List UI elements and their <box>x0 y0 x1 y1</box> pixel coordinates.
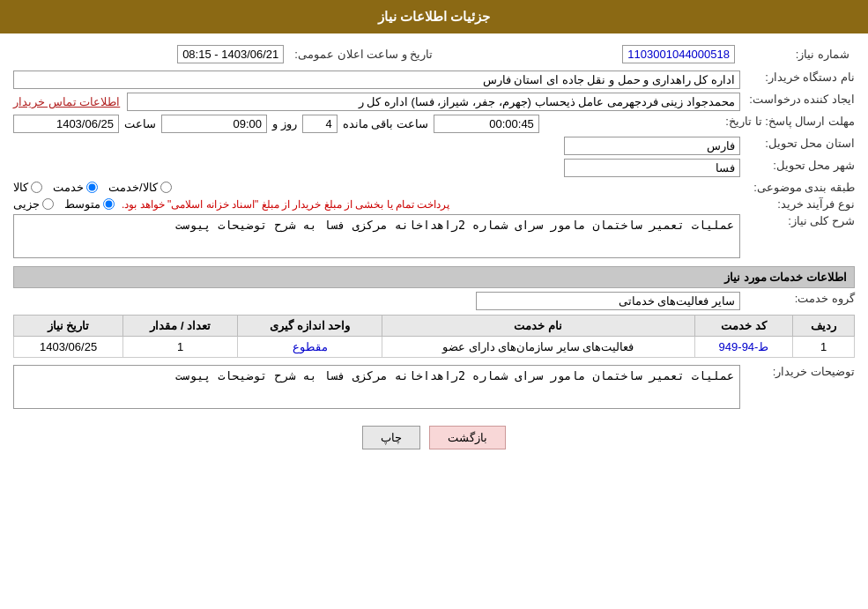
description-label: شرح کلی نیاز: <box>740 214 855 227</box>
deadline-days-label: روز و <box>272 117 297 130</box>
province-value: فارس <box>564 137 740 155</box>
service-info-header: اطلاعات خدمات مورد نیاز <box>13 266 855 288</box>
cell-name: فعالیت‌های سایر سازمان‌های دارای عضو <box>382 337 694 358</box>
print-button[interactable]: چاپ <box>362 426 420 449</box>
table-row: 1 ط-94-949 فعالیت‌های سایر سازمان‌های دا… <box>14 337 855 358</box>
need-number-label: شماره نیاز: <box>740 42 855 66</box>
category-kala-radio[interactable]: کالا <box>13 181 42 194</box>
deadline-date: 1403/06/25 <box>13 115 119 133</box>
creator-label: ایجاد کننده درخواست: <box>740 93 855 106</box>
cell-row: 1 <box>793 337 855 358</box>
col-date: تاریخ نیاز <box>14 316 123 337</box>
col-unit: واحد اندازه گیری <box>238 316 382 337</box>
creator-link[interactable]: اطلاعات تماس خریدار <box>13 95 120 108</box>
org-name-label: نام دستگاه خریدار: <box>740 71 855 84</box>
category-kala-label: کالا <box>13 181 28 194</box>
cell-code: ط-94-949 <box>694 337 793 358</box>
services-table: ردیف کد خدمت نام خدمت واحد اندازه گیری ت… <box>13 315 855 358</box>
deadline-remaining-label: ساعت باقی مانده <box>343 117 428 130</box>
col-code: کد خدمت <box>694 316 793 337</box>
col-count: تعداد / مقدار <box>123 316 238 337</box>
col-name: نام خدمت <box>382 316 694 337</box>
process-jozi-label: جزیی <box>13 197 40 211</box>
category-kala-khedmat-radio[interactable]: کالا/خدمت <box>108 181 172 194</box>
back-button[interactable]: بازگشت <box>429 426 506 449</box>
announce-datetime-label: تاریخ و ساعت اعلان عمومی: <box>289 42 450 66</box>
process-label: نوع فرآیند خرید: <box>740 197 855 211</box>
category-khedmat-radio[interactable]: خدمت <box>53 181 98 194</box>
need-number-value: 1103001044000518 <box>622 45 735 63</box>
service-group-value: سایر فعالیت‌های خدماتی <box>476 292 740 310</box>
province-label: استان محل تحویل: <box>740 137 855 150</box>
creator-value: محمدجواد زینی فردجهرمی عامل ذیحساب (جهرم… <box>127 93 740 111</box>
org-name-value: اداره کل راهداری و حمل و نقل جاده ای است… <box>13 71 740 89</box>
cell-date: 1403/06/25 <box>14 337 123 358</box>
col-row: ردیف <box>793 316 855 337</box>
deadline-label: مهلت ارسال پاسخ: تا تاریخ: <box>720 115 855 128</box>
deadline-days: 4 <box>302 115 338 133</box>
deadline-time-label: ساعت <box>124 117 156 130</box>
service-group-label: گروه خدمت: <box>740 292 855 305</box>
category-kala-khedmat-label: کالا/خدمت <box>108 181 158 194</box>
cell-unit: مقطوع <box>238 337 382 358</box>
page-title: جزئیات اطلاعات نیاز <box>0 0 868 33</box>
action-buttons: بازگشت چاپ <box>13 415 855 460</box>
category-khedmat-label: خدمت <box>53 181 84 194</box>
cell-count: 1 <box>123 337 238 358</box>
city-value: فسا <box>564 159 740 177</box>
description-value <box>13 214 740 258</box>
process-jozi-radio[interactable]: جزیی <box>13 197 54 211</box>
process-motavasset-label: متوسط <box>64 197 100 211</box>
announce-datetime-value: 1403/06/21 - 08:15 <box>177 45 284 63</box>
deadline-time: 09:00 <box>161 115 267 133</box>
buyer-desc-value <box>13 365 740 409</box>
deadline-remaining: 00:00:45 <box>434 115 539 133</box>
category-label: طبقه بندی موضوعی: <box>740 181 855 194</box>
buyer-desc-label: توضیحات خریدار: <box>740 365 855 378</box>
process-motavasset-radio[interactable]: متوسط <box>64 197 115 211</box>
process-note: پرداخت تمام یا بخشی از مبلغ خریدار از مب… <box>122 198 449 211</box>
city-label: شهر محل تحویل: <box>740 159 855 172</box>
